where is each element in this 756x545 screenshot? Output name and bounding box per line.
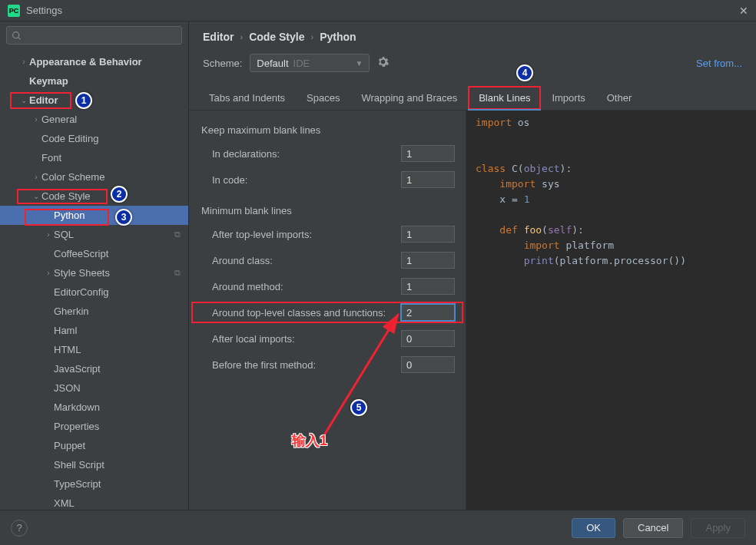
breadcrumb-codestyle[interactable]: Code Style: [249, 31, 304, 43]
tab-other[interactable]: Other: [596, 86, 643, 110]
chevron-right-icon: ›: [310, 32, 313, 41]
breadcrumb-editor[interactable]: Editor: [203, 31, 234, 43]
tree-label: General: [41, 114, 181, 125]
tree-label: Markdown: [54, 401, 181, 413]
help-button[interactable]: ?: [11, 520, 28, 537]
app-logo: PC: [8, 5, 20, 17]
tree-label: EditorConfig: [54, 286, 181, 298]
input-around-method[interactable]: 1: [401, 278, 455, 295]
tree-item-typescript[interactable]: ›TypeScript: [0, 474, 188, 494]
tree-item-coffeescript[interactable]: ›CoffeeScript: [0, 244, 188, 263]
form-column: Keep maximum blank lines In declarations…: [189, 111, 466, 510]
gear-icon[interactable]: [377, 56, 389, 70]
search-input[interactable]: [6, 26, 182, 45]
apply-button[interactable]: Apply: [691, 518, 745, 538]
footer: ? OK Cancel Apply: [0, 510, 756, 545]
search-icon: [12, 31, 22, 41]
tree-item-editorconfig[interactable]: ›EditorConfig: [0, 282, 188, 302]
tree-label: HTML: [54, 344, 181, 355]
label-before-first-method: Before the first method:: [201, 359, 401, 371]
tree-label: SQL: [54, 229, 174, 240]
window-title: Settings: [26, 5, 62, 16]
tree-item-shell-script[interactable]: ›Shell Script: [0, 455, 188, 474]
section-keep-max: Keep maximum blank lines: [189, 120, 466, 140]
tree-item-general[interactable]: ›General: [0, 110, 188, 129]
input-around-top-classes[interactable]: 2: [401, 304, 455, 321]
tree-label: TypeScript: [54, 478, 181, 490]
tab-blank-lines[interactable]: Blank Lines: [468, 86, 541, 110]
tree-item-style-sheets[interactable]: ›Style Sheets⧉: [0, 263, 188, 282]
cancel-button[interactable]: Cancel: [623, 518, 683, 538]
tree-item-code-editing[interactable]: ›Code Editing: [0, 129, 188, 148]
chevron-down-icon: ⌄: [31, 192, 41, 200]
sidebar: ›Appearance & Behavior›Keymap⌄Editor›Gen…: [0, 21, 189, 510]
tree-label: Shell Script: [54, 459, 181, 471]
label-in-code: In code:: [201, 174, 401, 186]
tree-item-python[interactable]: ›Python: [0, 206, 188, 225]
label-after-local-imports: After local imports:: [201, 333, 401, 345]
tab-tabs-indents[interactable]: Tabs and Indents: [198, 86, 296, 110]
settings-tree: ›Appearance & Behavior›Keymap⌄Editor›Gen…: [0, 49, 188, 510]
tab-imports[interactable]: Imports: [541, 86, 595, 110]
tree-label: Code Editing: [41, 133, 181, 144]
tree-item-color-scheme[interactable]: ›Color Scheme: [0, 167, 188, 187]
tree-item-html[interactable]: ›HTML: [0, 340, 188, 359]
tree-label: Appearance & Behavior: [29, 56, 181, 68]
tree-item-sql[interactable]: ›SQL⧉: [0, 225, 188, 244]
breadcrumb: Editor › Code Style › Python: [189, 21, 756, 49]
chevron-right-icon: ›: [31, 115, 41, 124]
tree-item-keymap[interactable]: ›Keymap: [0, 71, 188, 91]
tree-item-haml[interactable]: ›Haml: [0, 321, 188, 340]
input-after-local-imports[interactable]: 0: [401, 330, 455, 347]
tabs: Tabs and Indents Spaces Wrapping and Bra…: [189, 86, 756, 111]
code-preview: import os class C(object): import sys x …: [466, 111, 756, 510]
set-from-link[interactable]: Set from...: [696, 58, 742, 69]
scheme-label: Scheme:: [203, 58, 242, 69]
tree-item-puppet[interactable]: ›Puppet: [0, 436, 188, 455]
tree-label: Python: [54, 210, 181, 221]
breadcrumb-python[interactable]: Python: [320, 31, 356, 43]
tree-label: Color Scheme: [41, 171, 181, 183]
label-in-declarations: In declarations:: [201, 148, 401, 160]
scheme-value: Default: [257, 58, 288, 69]
chevron-right-icon: ›: [43, 230, 54, 239]
chevron-down-icon: ⌄: [18, 96, 29, 104]
scheme-select[interactable]: Default IDE ▼: [250, 54, 370, 72]
tree-label: Font: [41, 152, 181, 164]
svg-point-0: [13, 31, 19, 38]
tree-item-gherkin[interactable]: ›Gherkin: [0, 302, 188, 321]
tree-item-font[interactable]: ›Font: [0, 148, 188, 167]
tree-item-code-style[interactable]: ⌄Code Style: [0, 187, 188, 206]
label-after-top-imports: After top-level imports:: [201, 229, 401, 240]
input-after-top-imports[interactable]: 1: [401, 226, 455, 243]
copy-icon: ⧉: [174, 268, 181, 278]
tree-label: XML: [54, 497, 181, 509]
tree-item-properties[interactable]: ›Properties: [0, 417, 188, 436]
tab-spaces[interactable]: Spaces: [296, 86, 350, 110]
tree-label: Properties: [54, 421, 181, 432]
titlebar: PC Settings ✕: [0, 0, 756, 21]
ok-button[interactable]: OK: [572, 518, 615, 538]
tree-item-json[interactable]: ›JSON: [0, 378, 188, 398]
section-min-blank: Minimum blank lines: [189, 200, 466, 221]
tree-item-javascript[interactable]: ›JavaScript: [0, 359, 188, 378]
label-around-top-classes: Around top-level classes and functions:: [201, 307, 401, 319]
input-in-declarations[interactable]: 1: [401, 145, 455, 162]
close-icon[interactable]: ✕: [739, 5, 748, 17]
tree-item-markdown[interactable]: ›Markdown: [0, 398, 188, 417]
tree-label: Keymap: [29, 75, 181, 87]
tree-item-editor[interactable]: ⌄Editor: [0, 91, 188, 110]
tree-item-appearance-behavior[interactable]: ›Appearance & Behavior: [0, 52, 188, 71]
tab-wrapping[interactable]: Wrapping and Braces: [350, 86, 468, 110]
chevron-right-icon: ›: [43, 269, 54, 277]
tree-label: Puppet: [54, 440, 181, 451]
label-around-method: Around method:: [201, 281, 401, 292]
tree-label: JSON: [54, 382, 181, 394]
tree-label: Code Style: [41, 190, 181, 202]
tree-label: Haml: [54, 325, 181, 336]
input-in-code[interactable]: 1: [401, 171, 455, 188]
input-around-class[interactable]: 1: [401, 252, 455, 269]
svg-line-1: [18, 37, 20, 38]
tree-item-xml[interactable]: ›XML: [0, 494, 188, 510]
input-before-first-method[interactable]: 0: [401, 356, 455, 373]
